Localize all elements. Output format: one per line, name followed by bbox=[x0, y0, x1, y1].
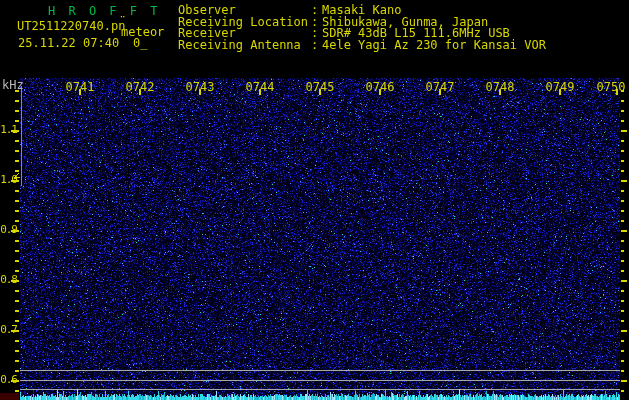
x-axis-tick-label: 0741 bbox=[60, 81, 100, 93]
x-axis-tick-label: 0750 bbox=[591, 81, 629, 93]
hrofft-window: H R O F F T UT2511220740.pn ¨ meteor 25.… bbox=[0, 0, 629, 400]
echo-counter: 0_ bbox=[133, 37, 147, 49]
x-axis-tick-label: 0749 bbox=[540, 81, 580, 93]
app-title: H R O F F T bbox=[48, 5, 160, 17]
y-axis-tick-label: 1.0 bbox=[0, 174, 17, 186]
x-axis-tick-label: 0743 bbox=[180, 81, 220, 93]
y-axis-tick-label: 0.7 bbox=[0, 324, 17, 336]
x-axis-tick-label: 0742 bbox=[120, 81, 160, 93]
y-axis-tick-label: 1.1 bbox=[0, 124, 17, 136]
y-axis-tick-label: 0.9 bbox=[0, 224, 17, 236]
x-axis-tick-label: 0748 bbox=[480, 81, 520, 93]
y-axis-unit-label: kHz bbox=[2, 79, 24, 91]
datetime-label: 25.11.22 07:40 bbox=[18, 37, 119, 49]
x-axis-tick-label: 0747 bbox=[420, 81, 460, 93]
y-axis-tick-label: 0.6 bbox=[0, 374, 17, 386]
spectrogram-canvas bbox=[0, 0, 629, 400]
x-axis-tick-label: 0746 bbox=[360, 81, 400, 93]
info-label: Receiving Antenna bbox=[178, 39, 301, 51]
x-axis-tick-label: 0745 bbox=[300, 81, 340, 93]
filename-label: UT2511220740.pn bbox=[17, 20, 125, 32]
info-separator: : bbox=[311, 39, 318, 51]
info-value: 4ele Yagi Az 230 for Kansai VOR bbox=[322, 39, 546, 51]
x-axis-tick-label: 0744 bbox=[240, 81, 280, 93]
y-axis-tick-label: 0.8 bbox=[0, 274, 17, 286]
